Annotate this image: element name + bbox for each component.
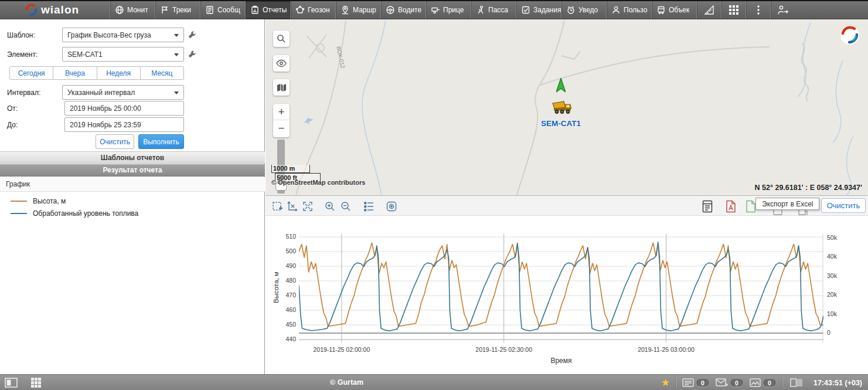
reset-zoom-button[interactable] — [301, 199, 315, 213]
right-column: ВОК-012 SEM-CAT1 — [265, 19, 868, 374]
geofence-icon — [295, 5, 305, 15]
tab-tracks[interactable]: Треки — [155, 1, 200, 19]
export-pdf-button[interactable] — [724, 199, 738, 213]
range-month-button[interactable]: Месяц — [141, 66, 184, 80]
left-axis-tick-label: 490 — [271, 262, 296, 269]
apps-grid-icon — [729, 5, 739, 15]
map-search-button[interactable] — [273, 30, 290, 47]
zoom-out-button[interactable]: − — [273, 120, 290, 137]
tab-routes[interactable]: Маршр — [335, 1, 380, 19]
map-layers-icon — [277, 83, 287, 92]
unit-label: Элемент: — [7, 50, 38, 59]
map-view[interactable]: ВОК-012 SEM-CAT1 — [265, 19, 868, 195]
tab-jobs[interactable]: Задания — [516, 1, 561, 19]
statusbar-right-cluster: ★ 0 0 0 17:43:51 (+03) — [661, 375, 862, 390]
section-report-templates[interactable]: Шаблоны отчетов — [0, 151, 265, 164]
range-week-button[interactable]: Неделя — [97, 66, 141, 80]
statusbar-left-buttons — [4, 377, 43, 388]
chart-zoom-in-button[interactable] — [323, 199, 337, 213]
tab-reports[interactable]: Отчеты — [245, 1, 290, 19]
unit-select[interactable]: SEM-CAT1 — [62, 47, 184, 62]
more-menu-button[interactable] — [746, 1, 770, 19]
chart-panel: Экспорт в Excel Очистить Высота, м Объем… — [265, 195, 868, 374]
zoom-area-icon — [271, 201, 283, 212]
unit-settings-wrench-icon[interactable] — [188, 50, 196, 59]
from-date-input[interactable]: 2019 Ноябрь 25 00:00 — [64, 101, 184, 116]
to-date-input[interactable]: 2019 Ноябрь 25 23:59 — [64, 117, 184, 132]
tab-trailers[interactable]: Прице — [426, 1, 471, 19]
map-layers-button[interactable] — [273, 79, 290, 96]
template-settings-wrench-icon[interactable] — [188, 30, 196, 39]
target-icon — [386, 201, 397, 212]
zoom-in-button[interactable]: + — [273, 104, 290, 120]
tab-units[interactable]: Объек — [651, 1, 696, 19]
map-attribution: © OpenStreetMap contributors — [271, 179, 365, 186]
logout-button[interactable] — [770, 1, 795, 19]
apps-button[interactable] — [721, 1, 746, 19]
tab-label: Маршр — [353, 6, 376, 14]
chart-plot[interactable] — [299, 234, 823, 345]
tab-monitoring[interactable]: Монит — [110, 1, 155, 19]
log-button[interactable] — [789, 377, 804, 389]
x-axis-tick-label: 2019-11-25 02:30:00 — [457, 346, 551, 353]
log-book-icon — [790, 378, 803, 387]
map-visibility-button[interactable] — [273, 55, 290, 72]
messages-counter[interactable]: 0 — [716, 378, 744, 387]
chart-toolbar: Экспорт в Excel Очистить — [265, 196, 868, 216]
magnifier-plus-icon — [324, 201, 336, 212]
template-row: Шаблон: График Высота-Вес груза — [0, 28, 265, 43]
unit-marker-label[interactable]: SEM-CAT1 — [530, 119, 591, 128]
envelope-icon — [716, 378, 728, 387]
document-icon — [205, 5, 215, 15]
chart-area[interactable]: Высота, м Объем, л Время 440450460470480… — [265, 216, 868, 374]
legend-swatch-fuel — [11, 213, 27, 214]
left-axis-tick-label: 470 — [271, 291, 296, 299]
bottom-panel-grid-button[interactable] — [28, 377, 43, 388]
dump-truck-icon[interactable] — [550, 99, 573, 116]
report-chart-icon — [250, 5, 260, 15]
tab-passengers[interactable]: Пасса — [471, 1, 516, 19]
chart-clear-button[interactable]: Очистить — [821, 198, 866, 213]
tools-button[interactable] — [696, 1, 721, 19]
right-axis-tick-label: 10k — [827, 310, 850, 317]
interval-select[interactable]: Указанный интервал — [62, 85, 184, 100]
x-axis-tick-label: 2019-11-25 02:00:00 — [295, 346, 389, 353]
grid-icon — [30, 377, 42, 388]
tab-users[interactable]: Пользо — [606, 1, 651, 19]
toggle-sidebar-button[interactable] — [4, 377, 19, 388]
template-value: График Высота-Вес груза — [67, 31, 151, 39]
reports-counter[interactable]: 0 — [682, 378, 710, 387]
media-counter[interactable]: 0 — [750, 378, 777, 387]
range-yesterday-button[interactable]: Вчера — [53, 66, 97, 80]
favorites-star-icon[interactable]: ★ — [661, 377, 670, 389]
tab-label: Водите — [398, 6, 421, 14]
wialon-map-logo — [840, 25, 860, 45]
zoom-area-button[interactable] — [270, 199, 284, 213]
result-item-chart[interactable]: График — [0, 177, 265, 192]
tab-label: Сообщ — [217, 6, 240, 14]
tab-geofences[interactable]: Геозон — [290, 1, 335, 19]
chart-zoom-out-button[interactable] — [339, 199, 353, 213]
task-check-icon — [521, 5, 530, 15]
tab-drivers[interactable]: Водите — [380, 1, 426, 19]
top-utility-icons — [696, 1, 795, 19]
x-axis-zoom-icon — [287, 201, 298, 212]
clear-report-button[interactable]: Очистить — [96, 134, 134, 149]
chart-tracking-button[interactable] — [384, 199, 399, 213]
tab-notifications[interactable]: Уведо — [561, 1, 606, 19]
export-excel-tooltip: Экспорт в Excel — [755, 198, 819, 210]
left-axis-tick-label: 510 — [271, 233, 296, 240]
tab-messages[interactable]: Сообщ — [200, 1, 245, 19]
heading-arrow-icon — [556, 78, 566, 93]
legend-swatch-altitude — [11, 201, 27, 202]
template-select[interactable]: График Высота-Вес груза — [62, 28, 184, 42]
divider — [676, 378, 676, 388]
section-report-result[interactable]: Результат отчета — [0, 164, 265, 177]
chart-legend-button[interactable] — [362, 199, 376, 213]
right-axis-tick-label: 0 — [827, 329, 850, 336]
status-bar: © Gurtam ★ 0 0 0 17:43:51 (+03) — [0, 374, 868, 390]
report-view-button[interactable] — [700, 199, 714, 213]
zoom-x-axis-button[interactable] — [285, 199, 299, 213]
execute-report-button[interactable]: Выполнить — [138, 134, 184, 149]
range-today-button[interactable]: Сегодня — [9, 66, 53, 80]
